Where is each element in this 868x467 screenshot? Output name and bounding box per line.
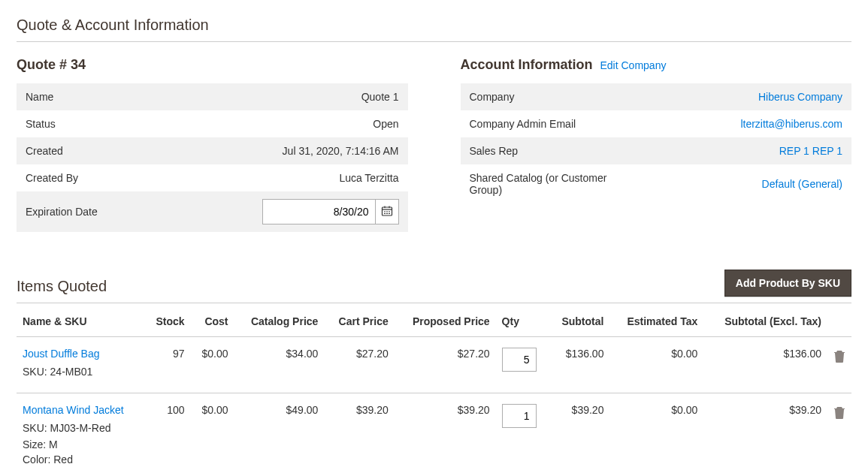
col-catalog: Catalog Price	[234, 311, 325, 337]
cell-catalog: $49.00	[234, 393, 325, 468]
cell-subtotal-excl: $136.00	[703, 337, 827, 393]
expiration-date-input[interactable]	[262, 199, 375, 224]
table-row: Name Quote 1	[17, 83, 408, 110]
cell-cost: $0.00	[191, 337, 234, 393]
table-row: Expiration Date	[17, 191, 408, 232]
section-title: Quote & Account Information	[17, 17, 851, 42]
quote-info-table: Name Quote 1 Status Open Created Jul 31,…	[17, 83, 408, 232]
account-info-table: Company Hiberus Company Company Admin Em…	[461, 83, 852, 203]
table-row: Created By Luca Terzitta	[17, 164, 408, 191]
table-row: Sales Rep REP 1 REP 1	[461, 137, 852, 164]
quote-exp-label: Expiration Date	[17, 191, 181, 232]
col-subtotal: Subtotal	[549, 311, 610, 337]
quote-created-value: Jul 31, 2020, 7:14:16 AM	[181, 137, 408, 164]
catalog-label: Shared Catalog (or Customer Group)	[461, 164, 625, 203]
calendar-icon	[381, 205, 393, 219]
cell-catalog: $34.00	[234, 337, 325, 393]
quote-header: Quote # 34	[17, 57, 408, 73]
salesrep-label: Sales Rep	[461, 137, 625, 164]
quote-name-label: Name	[17, 83, 181, 110]
add-product-by-sku-button[interactable]: Add Product By SKU	[724, 270, 851, 297]
qty-input[interactable]	[502, 404, 537, 428]
product-name-link[interactable]: Montana Wind Jacket	[23, 404, 138, 416]
cell-proposed: $27.20	[395, 337, 496, 393]
company-email-label: Company Admin Email	[461, 110, 625, 137]
col-tax: Estimated Tax	[609, 311, 703, 337]
col-qty: Qty	[496, 311, 549, 337]
table-row: Shared Catalog (or Customer Group) Defau…	[461, 164, 852, 203]
cell-cost: $0.00	[191, 393, 234, 468]
cell-subtotal: $39.20	[549, 393, 610, 468]
calendar-button[interactable]	[375, 199, 399, 224]
cell-cart: $27.20	[324, 337, 394, 393]
account-header: Account Information	[461, 57, 593, 73]
cell-proposed: $39.20	[395, 393, 496, 468]
catalog-link[interactable]: Default (General)	[762, 178, 842, 190]
quote-name-value: Quote 1	[181, 83, 408, 110]
quote-status-label: Status	[17, 110, 181, 137]
quote-createdby-label: Created By	[17, 164, 181, 191]
col-subtotal-excl: Subtotal (Excl. Tax)	[703, 311, 827, 337]
col-stock: Stock	[144, 311, 191, 337]
cell-subtotal: $136.00	[549, 337, 610, 393]
quote-created-label: Created	[17, 137, 181, 164]
qty-input[interactable]	[502, 348, 537, 372]
col-cost: Cost	[191, 311, 234, 337]
table-row: Joust Duffle Bag SKU: 24-MB01 97 $0.00 $…	[17, 337, 851, 393]
delete-row-button[interactable]	[833, 349, 845, 365]
company-label: Company	[461, 83, 625, 110]
items-table: Name & SKU Stock Cost Catalog Price Cart…	[17, 311, 851, 467]
company-email-link[interactable]: lterzitta@hiberus.com	[740, 118, 842, 130]
items-title: Items Quoted	[17, 278, 107, 303]
product-name-link[interactable]: Joust Duffle Bag	[23, 348, 138, 360]
cell-tax: $0.00	[609, 393, 703, 468]
quote-createdby-value: Luca Terzitta	[181, 164, 408, 191]
product-sku: SKU: MJ03-M-Red	[23, 422, 138, 434]
col-cart: Cart Price	[324, 311, 394, 337]
table-row: Company Admin Email lterzitta@hiberus.co…	[461, 110, 852, 137]
company-link[interactable]: Hiberus Company	[758, 91, 842, 103]
table-row: Montana Wind Jacket SKU: MJ03-M-Red Size…	[17, 393, 851, 468]
cell-stock: 97	[144, 337, 191, 393]
table-row: Company Hiberus Company	[461, 83, 852, 110]
trash-icon	[833, 409, 845, 421]
cell-tax: $0.00	[609, 337, 703, 393]
product-attr-color: Color: Red	[23, 453, 138, 465]
salesrep-link[interactable]: REP 1 REP 1	[779, 145, 842, 157]
delete-row-button[interactable]	[833, 405, 845, 421]
quote-status-value: Open	[181, 110, 408, 137]
col-name: Name & SKU	[17, 311, 144, 337]
cell-cart: $39.20	[324, 393, 394, 468]
trash-icon	[833, 353, 845, 365]
table-row: Status Open	[17, 110, 408, 137]
cell-stock: 100	[144, 393, 191, 468]
cell-subtotal-excl: $39.20	[703, 393, 827, 468]
table-row: Created Jul 31, 2020, 7:14:16 AM	[17, 137, 408, 164]
product-sku: SKU: 24-MB01	[23, 366, 138, 378]
quote-column: Quote # 34 Name Quote 1 Status Open Crea…	[17, 57, 408, 232]
product-attr-size: Size: M	[23, 438, 138, 450]
edit-company-link[interactable]: Edit Company	[600, 59, 667, 71]
col-proposed: Proposed Price	[395, 311, 496, 337]
account-column: Account Information Edit Company Company…	[461, 57, 852, 232]
